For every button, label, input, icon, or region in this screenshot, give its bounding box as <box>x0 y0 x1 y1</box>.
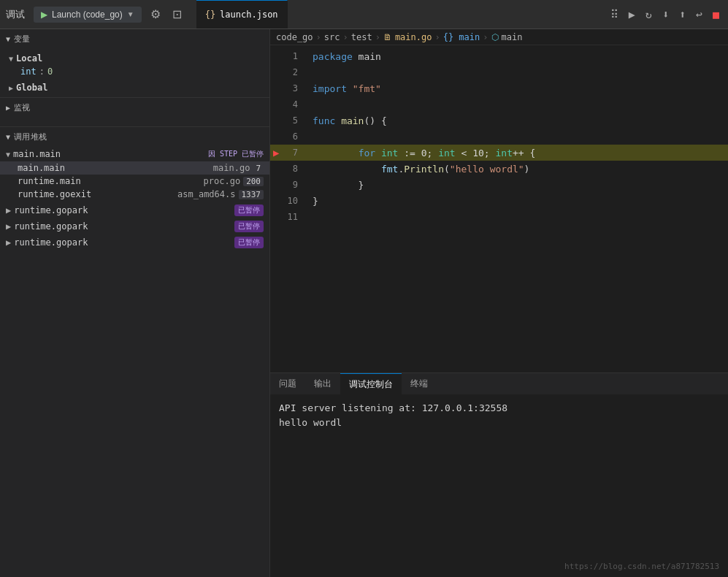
bc-sep-2: › <box>343 32 348 42</box>
callstack-section: ▼ 调用堆栈 ▼ main.main 因 STEP 已暂停 main.main <box>0 127 269 577</box>
code-content-7: for int := 0; int < 10; int++ { <box>307 148 535 158</box>
tab-problems[interactable]: 问题 <box>270 373 305 394</box>
breadcrumb: code_go › src › test › 🗎 main.go › {} ma… <box>270 29 728 45</box>
tab-terminal[interactable]: 终端 <box>402 373 437 394</box>
variables-section: ▼ 变量 ▼ Local int : 0 ▶ <box>0 29 269 98</box>
bc-sep-3: › <box>375 32 380 42</box>
bc-icon-file: 🗎 <box>383 32 392 42</box>
code-line-5: 5 func main() { <box>270 112 728 129</box>
stack-item-2[interactable]: runtime.goexit asm_amd64.s 1337 <box>0 188 269 201</box>
stack-item-name-1: runtime.main <box>18 176 204 186</box>
bottom-tabs: 问题 输出 调试控制台 终端 <box>270 373 728 395</box>
tab-debug-console[interactable]: 调试控制台 <box>340 373 402 394</box>
open-editor-button[interactable]: ⊡ <box>169 4 185 24</box>
stack-group-arrow-icon: ▼ <box>6 150 10 158</box>
global-group: ▶ Global <box>0 80 269 96</box>
stack-item-file-0: main.go <box>213 163 250 173</box>
stop-icon[interactable]: ■ <box>710 5 722 24</box>
drag-handle-icon[interactable]: ⠿ <box>608 5 621 24</box>
left-panel: ▼ 变量 ▼ Local int : 0 ▶ <box>0 29 270 577</box>
watermark: https://blog.csdn.net/a871782513 <box>564 562 719 571</box>
code-content-10: } <box>307 196 318 207</box>
right-panel: code_go › src › test › 🗎 main.go › {} ma… <box>270 29 728 577</box>
line-num-5: 5 <box>270 115 307 126</box>
tab-output[interactable]: 输出 <box>305 373 340 394</box>
local-group: ▼ Local int : 0 <box>0 50 269 80</box>
bc-project: code_go <box>276 32 313 42</box>
watch-section: ▶ 监视 <box>0 98 269 127</box>
restart-icon[interactable]: ↩ <box>693 5 705 24</box>
bc-test: test <box>351 32 372 42</box>
code-line-1: 1 package main <box>270 48 728 64</box>
gopark-name-1: runtime.gopark <box>14 221 234 232</box>
var-sep: : <box>39 66 45 77</box>
code-editor[interactable]: 1 package main 2 3 import "fmt" 4 <box>270 45 728 372</box>
editor-tab-bar: {} launch.json <box>196 0 288 28</box>
gopark-badge-0: 已暂停 <box>234 205 264 216</box>
stack-item-gopark-2[interactable]: ▶ runtime.gopark 已暂停 <box>0 234 269 251</box>
gopark-name-0: runtime.gopark <box>14 205 234 215</box>
local-group-header[interactable]: ▼ Local <box>0 52 269 65</box>
line-num-1: 1 <box>270 51 307 61</box>
var-value-int: 0 <box>47 66 53 77</box>
stack-item-gopark-1[interactable]: ▶ runtime.gopark 已暂停 <box>0 218 269 234</box>
code-content-9: } <box>307 180 364 191</box>
bc-method-name: main <box>502 32 523 42</box>
stack-item-file-2: asm_amd64.s <box>177 189 235 199</box>
run-config-label: Launch (code_go) <box>52 9 123 20</box>
local-group-label: Local <box>16 53 42 64</box>
stack-item-name-0: main.main <box>18 163 213 173</box>
code-content-8: fmt.Println("hello wordl") <box>307 164 529 175</box>
debug-control-icons: ⠿ ▶ ↻ ⬇ ⬆ ↩ ■ <box>608 5 722 24</box>
line-num-2: 2 <box>270 67 307 77</box>
callstack-label: 调用堆栈 <box>14 131 47 142</box>
bc-src: src <box>324 32 340 42</box>
global-group-label: Global <box>16 83 47 93</box>
watch-section-header[interactable]: ▶ 监视 <box>0 98 269 118</box>
code-line-6: 6 <box>270 129 728 145</box>
callstack-section-header[interactable]: ▼ 调用堆栈 <box>0 127 269 147</box>
code-line-7: ▶ 7 for int := 0; int < 10; int++ { <box>270 145 728 161</box>
bottom-panel: 问题 输出 调试控制台 终端 API server listening at: … <box>270 372 728 577</box>
debug-label: 调试 <box>6 8 25 21</box>
global-arrow-icon: ▶ <box>9 84 13 92</box>
gopark-name-2: runtime.gopark <box>14 237 234 248</box>
variables-tree: ▼ Local int : 0 ▶ Global <box>0 49 269 97</box>
stack-item-1[interactable]: runtime.main proc.go 200 <box>0 175 269 188</box>
step-into-icon[interactable]: ⬇ <box>659 5 672 24</box>
json-file-icon: {} <box>205 9 215 20</box>
var-name-int: int <box>20 66 37 77</box>
stack-group-main-header[interactable]: ▼ main.main 因 STEP 已暂停 <box>0 147 269 161</box>
line-num-8: 8 <box>270 164 307 174</box>
variables-section-header[interactable]: ▼ 变量 <box>0 29 269 49</box>
tab-terminal-label: 终端 <box>410 378 428 390</box>
breakpoint-arrow-icon: ▶ <box>273 147 279 158</box>
run-config-button[interactable]: ▶ Launch (code_go) ▼ <box>34 7 142 23</box>
console-line-0: API server listening at: 127.0.0.1:32558 <box>279 401 719 416</box>
code-lines: 1 package main 2 3 import "fmt" 4 <box>270 45 728 228</box>
line-num-4: 4 <box>270 99 307 110</box>
stack-item-0[interactable]: main.main main.go 7 <box>0 161 269 175</box>
gopark-arrow-2: ▶ <box>6 237 11 248</box>
watch-arrow-icon: ▶ <box>6 104 11 112</box>
tab-label: launch.json <box>220 9 277 20</box>
stack-item-gopark-0[interactable]: ▶ runtime.gopark 已暂停 <box>0 202 269 218</box>
line-num-9: 9 <box>270 180 307 190</box>
line-num-6: 6 <box>270 131 307 142</box>
watch-label: 监视 <box>14 102 31 113</box>
tab-launch-json[interactable]: {} launch.json <box>196 0 288 28</box>
tab-debug-console-label: 调试控制台 <box>349 378 393 391</box>
bc-func: {} main <box>443 32 480 42</box>
continue-icon[interactable]: ▶ <box>626 5 638 24</box>
local-arrow-icon: ▼ <box>9 55 13 63</box>
global-group-header[interactable]: ▶ Global <box>0 81 269 94</box>
code-content-3: import "fmt" <box>307 83 381 94</box>
step-out-icon[interactable]: ⬆ <box>676 5 689 24</box>
settings-button[interactable]: ⚙ <box>147 4 164 24</box>
line-num-3: 3 <box>270 83 307 93</box>
step-over-icon[interactable]: ↻ <box>643 5 655 24</box>
line-num-11: 11 <box>270 212 307 222</box>
code-line-8: 8 fmt.Println("hello wordl") <box>270 161 728 177</box>
stack-item-line-2: 1337 <box>239 190 264 199</box>
bc-file: main.go <box>395 32 432 42</box>
